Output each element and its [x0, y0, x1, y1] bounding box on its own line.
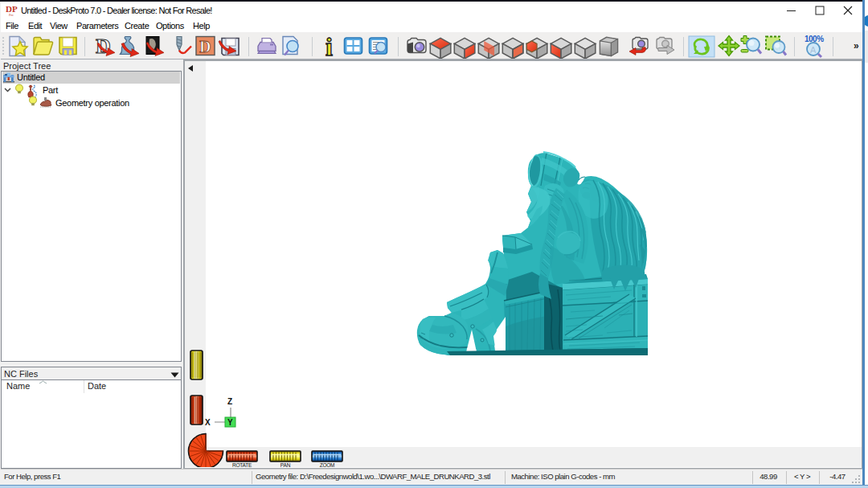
svg-text:»: » — [854, 40, 859, 51]
svg-text:Z: Z — [227, 397, 232, 406]
svg-text:Pro: Pro — [9, 13, 14, 17]
svg-text:Y: Y — [227, 418, 233, 427]
svg-text:X: X — [205, 418, 211, 427]
svg-text:A: A — [810, 45, 817, 55]
svg-text:i: i — [326, 32, 333, 59]
svg-text:D: D — [199, 38, 211, 55]
